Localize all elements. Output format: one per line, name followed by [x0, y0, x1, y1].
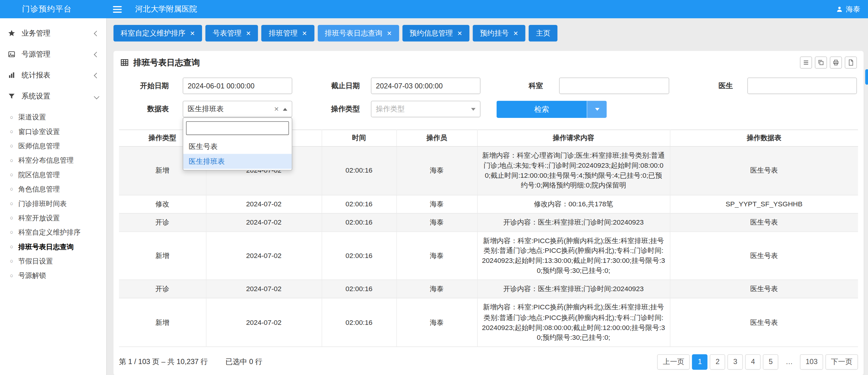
sidebar-item-role-info[interactable]: ○角色信息管理 — [0, 182, 106, 196]
cell-data-table: 医生号表 — [670, 280, 858, 298]
sidebar-group-settings[interactable]: 系统设置 — [0, 86, 106, 107]
sidebar-group-reports[interactable]: 统计报表 — [0, 65, 106, 86]
column-header[interactable]: 时间 — [321, 130, 396, 147]
caret-up-icon — [283, 107, 287, 110]
doctor-input[interactable] — [747, 77, 857, 94]
next-page-button[interactable]: 下一页 — [826, 354, 858, 370]
sidebar-item-doctor-info[interactable]: ○医师信息管理 — [0, 139, 106, 153]
end-date-input[interactable] — [371, 77, 480, 94]
sidebar-group-label: 统计报表 — [22, 70, 95, 80]
sidebar-item-channel-settings[interactable]: ○渠道设置 — [0, 110, 106, 124]
dept-input[interactable] — [559, 77, 669, 94]
table-row[interactable]: 开诊 2024-07-02 02:00:16 海泰 开诊内容：医生:科室排班;门… — [119, 213, 858, 231]
column-header[interactable]: 操作员 — [396, 130, 477, 147]
hamburger-menu-icon[interactable] — [113, 6, 122, 13]
bullet-icon: ○ — [10, 129, 13, 134]
close-icon[interactable]: ✕ — [387, 29, 392, 37]
pagination-ellipsis: … — [781, 354, 798, 370]
cell-date: 2024-07-02 — [206, 195, 322, 213]
tab-appointment-info-mgmt[interactable]: 预约信息管理✕ — [402, 25, 470, 42]
sidebar-group-label: 号源管理 — [22, 49, 95, 59]
cell-op-type: 新增 — [119, 299, 206, 347]
table-row[interactable]: 开诊 2024-07-02 02:00:16 海泰 开诊内容：医生:科室排班;门… — [119, 280, 858, 298]
bullet-icon: ○ — [10, 115, 13, 120]
app-title: 门诊预约平台 — [22, 4, 72, 14]
cell-time: 02:00:16 — [321, 213, 396, 231]
page-button-4[interactable]: 4 — [745, 354, 761, 370]
sidebar-group-source[interactable]: 号源管理 — [0, 44, 106, 65]
op-type-select[interactable]: 操作类型 — [371, 101, 480, 117]
dropdown-option-doctor-schedule-table[interactable]: 医生排班表 — [183, 154, 292, 169]
dropdown-option-doctor-number-table[interactable]: 医生号表 — [183, 139, 292, 154]
app-window: 门诊预约平台 河北大学附属医院 海泰 业务管理 号源管理 — [0, 0, 868, 375]
sidebar-submenu: ○渠道设置 ○窗口诊室设置 ○医师信息管理 ○科室分布信息管理 ○院区信息管理 … — [0, 110, 106, 283]
sidebar-item-window-room-settings[interactable]: ○窗口诊室设置 — [0, 125, 106, 139]
tab-label: 预约挂号 — [480, 28, 509, 38]
close-icon[interactable]: ✕ — [302, 29, 307, 37]
scrollbar-thumb[interactable] — [865, 69, 868, 85]
hospital-name: 河北大学附属医院 — [135, 4, 197, 14]
tab-dept-custom-sort[interactable]: 科室自定义维护排序✕ — [113, 25, 202, 42]
tab-label: 排班管理 — [269, 28, 298, 38]
column-header[interactable]: 操作请求内容 — [477, 130, 670, 147]
cell-data-table: 医生号表 — [670, 299, 858, 347]
bullet-icon: ○ — [10, 244, 13, 249]
tab-schedule-log-query[interactable]: 排班号表日志查询✕ — [318, 25, 399, 42]
table-row[interactable]: 修改 2024-07-02 02:00:16 海泰 修改内容：00:16,共17… — [119, 195, 858, 213]
tab-schedule-mgmt[interactable]: 排班管理✕ — [261, 25, 314, 42]
sidebar-item-holiday-settings[interactable]: ○节假日设置 — [0, 254, 106, 268]
print-icon[interactable] — [830, 57, 842, 69]
page-button-3[interactable]: 3 — [727, 354, 743, 370]
selected-info: 已选中 0 行 — [225, 357, 262, 367]
clear-icon[interactable]: ✕ — [274, 105, 283, 113]
tab-label: 排班号表日志查询 — [325, 28, 382, 38]
star-icon — [8, 29, 17, 37]
close-icon[interactable]: ✕ — [246, 29, 251, 37]
page-button-1[interactable]: 1 — [692, 354, 708, 370]
sidebar-item-label: 科室分布信息管理 — [18, 156, 73, 165]
close-icon[interactable]: ✕ — [513, 29, 519, 37]
copy-icon[interactable] — [815, 57, 827, 69]
user-menu[interactable]: 海泰 — [836, 4, 860, 14]
bullet-icon: ○ — [10, 144, 13, 149]
bullet-icon: ○ — [10, 215, 13, 221]
grid-icon — [120, 58, 129, 67]
start-date-input[interactable] — [183, 77, 292, 94]
cell-operator: 海泰 — [396, 299, 477, 347]
dropdown-search-input[interactable] — [186, 121, 289, 135]
cell-time: 02:00:16 — [321, 280, 396, 298]
page-button-103[interactable]: 103 — [800, 354, 823, 370]
sidebar-item-schedule-log-query[interactable]: ○排班号表日志查询 — [0, 240, 106, 254]
page-button-2[interactable]: 2 — [710, 354, 725, 370]
tab-number-table-mgmt[interactable]: 号表管理✕ — [206, 25, 258, 42]
cell-data-table: 医生号表 — [670, 213, 858, 231]
page-button-5[interactable]: 5 — [763, 354, 778, 370]
table-row[interactable]: 新增 2024-07-02 02:00:16 海泰 新增内容：科室:PICC换药… — [119, 231, 858, 280]
page-title: 排班号表日志查询 — [133, 57, 200, 68]
tab-appointment-register[interactable]: 预约挂号✕ — [473, 25, 525, 42]
search-button[interactable]: 检索 — [497, 101, 587, 118]
sidebar-item-source-unlock[interactable]: ○号源解锁 — [0, 268, 106, 283]
tab-label: 号表管理 — [213, 28, 242, 38]
prev-page-button[interactable]: 上一页 — [657, 354, 690, 370]
export-file-icon[interactable] — [845, 57, 857, 69]
sidebar-item-dept-open-settings[interactable]: ○科室开放设置 — [0, 211, 106, 225]
data-table-select[interactable]: 医生排班表 ✕ — [183, 101, 292, 117]
caret-down-icon — [471, 107, 476, 110]
sidebar-item-schedule-timetable[interactable]: ○门诊排班时间表 — [0, 197, 106, 211]
tab-home[interactable]: 主页 — [529, 25, 558, 42]
doctor-label: 医生 — [677, 77, 733, 94]
table-row[interactable]: 新增 2024-07-02 02:00:16 海泰 新增内容：科室:PICC换药… — [119, 299, 858, 347]
column-header[interactable]: 操作数据表 — [670, 130, 858, 147]
cell-time: 02:00:16 — [321, 299, 396, 347]
close-icon[interactable]: ✕ — [190, 29, 195, 37]
close-icon[interactable]: ✕ — [457, 29, 462, 37]
search-dropdown-button[interactable] — [587, 101, 607, 118]
sidebar-item-campus-info[interactable]: ○院区信息管理 — [0, 168, 106, 182]
sidebar-group-business[interactable]: 业务管理 — [0, 23, 106, 44]
sidebar-item-dept-custom-sort[interactable]: ○科室自定义维护排序 — [0, 225, 106, 240]
list-icon[interactable] — [800, 57, 812, 69]
sidebar-item-dept-distribution[interactable]: ○科室分布信息管理 — [0, 153, 106, 168]
tab-label: 主页 — [536, 28, 550, 38]
sidebar-item-label: 角色信息管理 — [18, 184, 60, 194]
